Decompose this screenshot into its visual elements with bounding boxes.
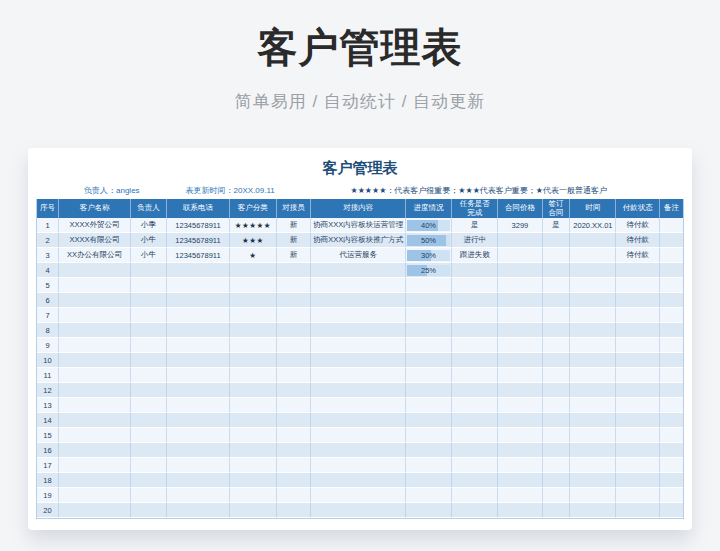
cell-status[interactable] (452, 323, 498, 338)
cell-content[interactable] (311, 428, 405, 443)
cell-signed[interactable] (543, 368, 571, 383)
cell-payment[interactable] (616, 353, 660, 368)
cell-name[interactable] (59, 368, 131, 383)
cell-no[interactable]: 1 (37, 218, 59, 233)
cell-payment[interactable] (616, 503, 660, 518)
cell-contact[interactable] (277, 458, 312, 473)
cell-time[interactable] (570, 248, 616, 263)
cell-progress[interactable]: 50% (406, 233, 453, 248)
cell-category[interactable] (230, 413, 277, 428)
cell-time[interactable] (570, 353, 616, 368)
cell-status[interactable] (452, 263, 498, 278)
cell-progress[interactable] (406, 338, 453, 353)
cell-phone[interactable] (167, 323, 230, 338)
cell-content[interactable]: 代运营服务 (311, 248, 405, 263)
cell-content[interactable] (311, 263, 405, 278)
cell-contact[interactable] (277, 473, 312, 488)
cell-progress[interactable] (406, 458, 453, 473)
cell-owner[interactable] (131, 503, 167, 518)
cell-name[interactable] (59, 308, 131, 323)
cell-name[interactable] (59, 413, 131, 428)
cell-note[interactable] (660, 323, 683, 338)
cell-content[interactable] (311, 278, 405, 293)
cell-status[interactable] (452, 338, 498, 353)
cell-signed[interactable] (543, 323, 571, 338)
cell-progress[interactable]: 30% (406, 248, 453, 263)
cell-no[interactable]: 18 (37, 473, 59, 488)
cell-content[interactable] (311, 458, 405, 473)
cell-payment[interactable] (616, 413, 660, 428)
cell-price[interactable] (498, 353, 543, 368)
cell-signed[interactable] (543, 413, 571, 428)
cell-price[interactable] (498, 293, 543, 308)
cell-name[interactable]: XX办公有限公司 (59, 248, 131, 263)
cell-payment[interactable] (616, 488, 660, 503)
cell-name[interactable] (59, 278, 131, 293)
cell-contact[interactable] (277, 428, 312, 443)
cell-note[interactable] (660, 368, 683, 383)
cell-signed[interactable] (543, 383, 571, 398)
cell-owner[interactable] (131, 353, 167, 368)
cell-signed[interactable] (543, 233, 571, 248)
cell-phone[interactable] (167, 443, 230, 458)
cell-name[interactable]: XXXX有限公司 (59, 233, 131, 248)
cell-note[interactable] (660, 503, 683, 518)
cell-owner[interactable] (131, 488, 167, 503)
cell-signed[interactable] (543, 398, 571, 413)
cell-note[interactable] (660, 428, 683, 443)
cell-contact[interactable] (277, 368, 312, 383)
cell-status[interactable] (452, 428, 498, 443)
cell-time[interactable] (570, 458, 616, 473)
cell-time[interactable] (570, 413, 616, 428)
cell-content[interactable] (311, 323, 405, 338)
cell-category[interactable] (230, 383, 277, 398)
cell-name[interactable] (59, 338, 131, 353)
cell-contact[interactable] (277, 323, 312, 338)
cell-payment[interactable] (616, 338, 660, 353)
cell-price[interactable] (498, 398, 543, 413)
cell-progress[interactable] (406, 278, 453, 293)
cell-time[interactable] (570, 383, 616, 398)
cell-contact[interactable] (277, 488, 312, 503)
cell-progress[interactable] (406, 473, 453, 488)
cell-signed[interactable] (543, 503, 571, 518)
cell-category[interactable] (230, 338, 277, 353)
cell-category[interactable] (230, 503, 277, 518)
cell-price[interactable] (498, 383, 543, 398)
cell-signed[interactable]: 是 (543, 218, 571, 233)
cell-note[interactable] (660, 353, 683, 368)
cell-status[interactable] (452, 383, 498, 398)
cell-contact[interactable] (277, 413, 312, 428)
cell-status[interactable] (452, 308, 498, 323)
cell-price[interactable] (498, 338, 543, 353)
cell-note[interactable] (660, 413, 683, 428)
cell-phone[interactable] (167, 278, 230, 293)
cell-contact[interactable] (277, 308, 312, 323)
cell-payment[interactable] (616, 443, 660, 458)
cell-category[interactable] (230, 323, 277, 338)
cell-name[interactable] (59, 443, 131, 458)
cell-contact[interactable] (277, 338, 312, 353)
cell-status[interactable] (452, 503, 498, 518)
cell-category[interactable] (230, 353, 277, 368)
cell-category[interactable] (230, 458, 277, 473)
cell-progress[interactable] (406, 293, 453, 308)
cell-status[interactable] (452, 473, 498, 488)
cell-owner[interactable] (131, 428, 167, 443)
cell-contact[interactable]: 新 (277, 248, 312, 263)
cell-category[interactable]: ★★★★★ (230, 218, 277, 233)
cell-no[interactable]: 10 (37, 353, 59, 368)
cell-phone[interactable] (167, 383, 230, 398)
cell-signed[interactable] (543, 278, 571, 293)
cell-payment[interactable]: 待付款 (616, 248, 660, 263)
cell-owner[interactable] (131, 263, 167, 278)
cell-price[interactable] (498, 308, 543, 323)
cell-note[interactable] (660, 263, 683, 278)
cell-owner[interactable] (131, 293, 167, 308)
cell-time[interactable] (570, 233, 616, 248)
cell-category[interactable] (230, 368, 277, 383)
cell-name[interactable] (59, 488, 131, 503)
cell-content[interactable] (311, 413, 405, 428)
cell-status[interactable] (452, 293, 498, 308)
cell-time[interactable] (570, 368, 616, 383)
